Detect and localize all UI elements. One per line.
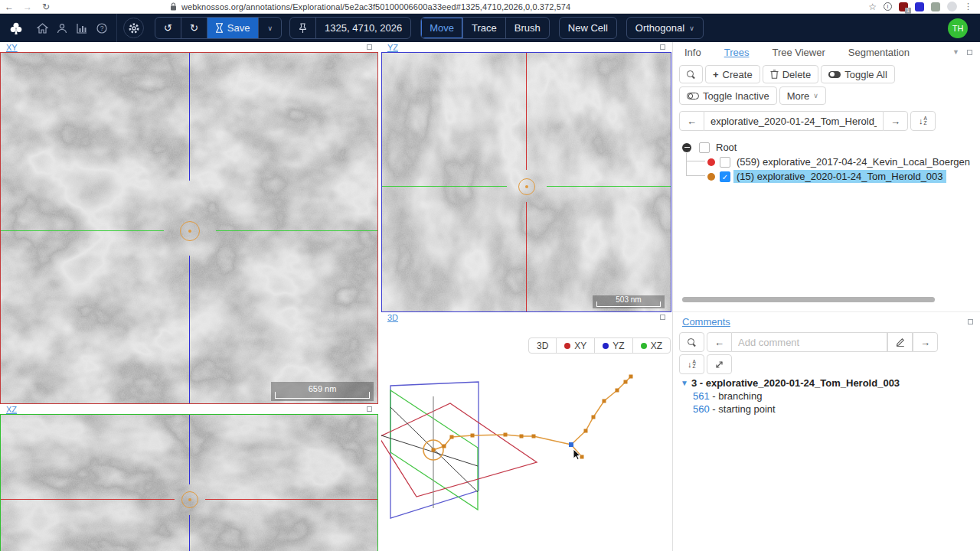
- viewport-xy-canvas[interactable]: 659 nm: [0, 52, 378, 404]
- tool-trace-button[interactable]: Trace: [462, 18, 505, 38]
- home-icon[interactable]: [32, 23, 52, 34]
- sort-comments-button[interactable]: ↓AZ: [679, 354, 704, 374]
- extension-icon-blue[interactable]: [915, 2, 924, 11]
- tree-color-dot: [707, 158, 715, 166]
- comment-item[interactable]: 560 - starting point: [673, 402, 980, 415]
- avatar[interactable]: TH: [948, 18, 968, 38]
- viewport-3d-canvas[interactable]: 3D XY YZ XZ: [381, 322, 671, 551]
- viewport-xz-canvas[interactable]: [0, 414, 378, 551]
- new-cell-button[interactable]: New Cell: [560, 18, 616, 38]
- tree-name-input[interactable]: [704, 111, 883, 131]
- root-checkbox[interactable]: [699, 142, 710, 153]
- previous-tree-button[interactable]: ←: [679, 111, 704, 131]
- yz-plane-dot-icon: [603, 343, 609, 349]
- tab-segmentation[interactable]: Segmentation: [848, 47, 910, 58]
- toggle-inactive-trees-button[interactable]: Toggle Inactive: [679, 86, 777, 105]
- extension-icon-gray[interactable]: [931, 2, 940, 11]
- sort-trees-button[interactable]: ↓AZ: [910, 111, 936, 131]
- settings-gear-icon[interactable]: [123, 18, 144, 38]
- pencil-icon: [896, 337, 905, 347]
- toggle-all-trees-button[interactable]: Toggle All: [821, 65, 895, 83]
- save-button-group: ↺ ↻ Save ∨: [155, 17, 282, 39]
- comment-tree-group[interactable]: ▼ 3 - explorative_2020-01-24_Tom_Herold_…: [673, 374, 980, 389]
- browser-address-bar: ← → ↻ webknossos.org/annotations/Explora…: [0, 0, 980, 14]
- comment-node-id[interactable]: 560: [693, 403, 710, 415]
- undo-button[interactable]: ↺: [155, 18, 181, 38]
- browser-reload-icon[interactable]: ↻: [37, 2, 55, 12]
- view-mode-select[interactable]: Orthogonal∨: [627, 18, 703, 38]
- edit-comment-button[interactable]: [887, 332, 913, 352]
- extension-icon-red[interactable]: 1: [899, 2, 908, 11]
- viewport-xz-maximize-icon[interactable]: [367, 406, 372, 412]
- more-actions-button[interactable]: More∨: [779, 86, 826, 105]
- next-tree-button[interactable]: →: [883, 111, 908, 131]
- comments-maximize-icon[interactable]: [968, 319, 973, 324]
- bookmark-star-icon[interactable]: ☆: [868, 2, 877, 12]
- xz-toggle-button[interactable]: XZ: [632, 338, 670, 353]
- info-icon[interactable]: i: [884, 2, 892, 11]
- position-input[interactable]: 1325, 4710, 2026: [315, 18, 410, 38]
- browser-profile-icon[interactable]: [947, 2, 957, 11]
- browser-menu-icon[interactable]: ⋮: [964, 2, 972, 11]
- tree-label[interactable]: (15) explorative_2020-01-24_Tom_Herold_0…: [733, 170, 946, 183]
- webknossos-logo-icon[interactable]: [6, 21, 26, 36]
- pin-icon[interactable]: [290, 18, 315, 38]
- next-comment-button[interactable]: →: [913, 332, 938, 352]
- create-tree-button[interactable]: +Create: [705, 65, 760, 83]
- comment-search-button[interactable]: [679, 332, 704, 352]
- tab-tree-viewer[interactable]: Tree Viewer: [772, 47, 825, 58]
- save-dropdown-button[interactable]: ∨: [258, 18, 281, 38]
- browser-back-icon[interactable]: ←: [0, 2, 18, 12]
- save-button[interactable]: Save: [207, 18, 259, 38]
- viewport-xy-label[interactable]: XY: [6, 43, 18, 52]
- xy-toggle-button[interactable]: XY: [556, 338, 594, 353]
- crosshair-vertical: [189, 415, 190, 484]
- lock-icon: [170, 2, 177, 11]
- horizontal-scrollbar[interactable]: [679, 296, 976, 303]
- viewport-yz-label[interactable]: YZ: [387, 43, 398, 52]
- help-icon[interactable]: ?: [92, 23, 112, 34]
- previous-comment-button[interactable]: ←: [707, 332, 732, 352]
- comments-title[interactable]: Comments: [682, 316, 730, 328]
- tree-search-button[interactable]: [679, 65, 703, 83]
- collapse-icon[interactable]: [682, 143, 691, 152]
- tool-move-button[interactable]: Move: [421, 18, 462, 38]
- tool-brush-button[interactable]: Brush: [505, 18, 549, 38]
- url-text[interactable]: webknossos.org/annotations/Explorational…: [181, 2, 570, 11]
- add-comment-input[interactable]: [732, 332, 887, 352]
- redo-button[interactable]: ↻: [181, 18, 207, 38]
- comment-node-id[interactable]: 561: [693, 390, 710, 402]
- viewport-3d-label[interactable]: 3D: [387, 313, 398, 322]
- scrollbar-thumb[interactable]: [682, 297, 935, 302]
- 3d-toggle-button[interactable]: 3D: [529, 338, 556, 353]
- tab-trees[interactable]: Trees: [724, 47, 750, 58]
- browser-forward-icon[interactable]: →: [18, 2, 37, 12]
- tree-checkbox[interactable]: ✓: [720, 171, 730, 182]
- tree-row[interactable]: (559) explorative_2017-04-24_Kevin_Local…: [682, 155, 980, 169]
- tree-row-selected[interactable]: ✓ (15) explorative_2020-01-24_Tom_Herold…: [682, 169, 980, 184]
- crosshair-horizontal: [547, 186, 671, 187]
- viewport-3d: 3D: [381, 312, 671, 551]
- delete-tree-button[interactable]: Delete: [763, 65, 819, 83]
- panel-maximize-icon[interactable]: [967, 50, 972, 55]
- viewport-yz-canvas[interactable]: 503 nm: [381, 52, 671, 312]
- tab-info[interactable]: Info: [684, 47, 701, 58]
- viewport-xy: XY 659 nm: [0, 42, 378, 404]
- tree-navigation-row: ← → ↓AZ: [673, 105, 980, 131]
- yz-toggle-button[interactable]: YZ: [594, 338, 632, 353]
- go-to-comment-button[interactable]: [707, 354, 732, 374]
- viewport-3d-maximize-icon[interactable]: [660, 315, 665, 320]
- chevron-down-icon[interactable]: ▼: [681, 379, 688, 387]
- user-icon[interactable]: [52, 23, 72, 34]
- viewport-xy-maximize-icon[interactable]: [367, 44, 372, 50]
- tree-checkbox[interactable]: [720, 157, 730, 168]
- skeleton-3d-drawing: [381, 322, 671, 551]
- viewport-xz-label[interactable]: XZ: [6, 405, 17, 414]
- tree-label[interactable]: (559) explorative_2017-04-24_Kevin_Local…: [737, 156, 970, 168]
- panel-collapse-icon[interactable]: ▼: [952, 48, 959, 56]
- statistics-chart-icon[interactable]: [72, 23, 92, 34]
- viewport-yz-maximize-icon[interactable]: [660, 44, 665, 50]
- tree-root-row[interactable]: Root: [682, 140, 980, 155]
- app-toolbar: ? ↺ ↻ Save ∨ 1325, 4710, 2026 Move Trace…: [0, 14, 980, 42]
- comment-item[interactable]: 561 - branching: [673, 389, 980, 402]
